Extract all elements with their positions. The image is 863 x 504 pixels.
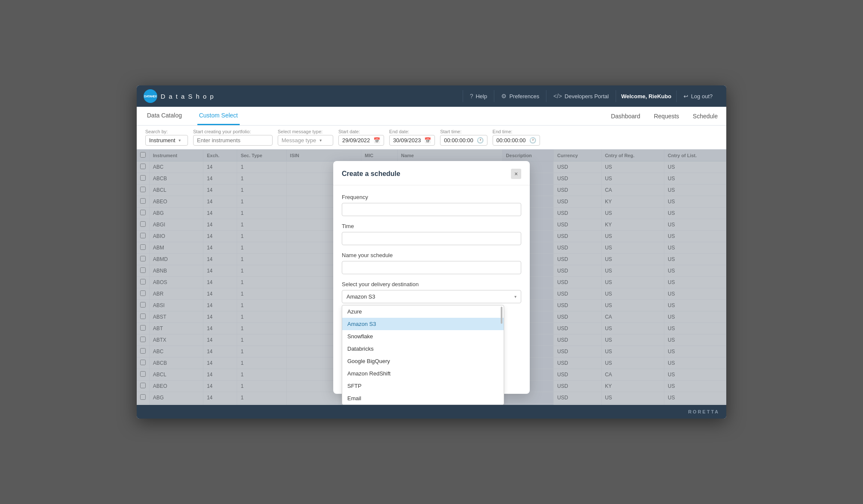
message-type-group: Select message type: Message type ▾ bbox=[278, 129, 333, 146]
dropdown-item-databricks[interactable]: Databricks bbox=[342, 343, 504, 355]
dropdown-item-sftp[interactable]: SFTP bbox=[342, 380, 504, 392]
calendar-icon: 📅 bbox=[424, 137, 431, 144]
search-by-label: Search by: bbox=[145, 129, 188, 134]
end-date-label: End date: bbox=[389, 129, 435, 134]
time-label: Time bbox=[342, 223, 521, 229]
start-time-label: Start time: bbox=[440, 129, 487, 134]
calendar-icon: 📅 bbox=[373, 137, 380, 144]
destination-dropdown: AzureAmazon S3SnowflakeDatabricksGoogle … bbox=[342, 305, 504, 405]
dropdown-item-amazon-redshift[interactable]: Amazon RedShift bbox=[342, 367, 504, 380]
header-actions: ? Help ⚙ Preferences </> Developers Port… bbox=[463, 90, 719, 102]
nav-schedule[interactable]: Schedule bbox=[693, 113, 718, 120]
schedule-name-input[interactable] bbox=[342, 261, 521, 274]
search-by-group: Search by: Instrument ▾ bbox=[145, 129, 188, 146]
bottom-bar: RORETTA bbox=[137, 405, 726, 419]
start-date-picker[interactable]: 29/09/2022 📅 bbox=[338, 135, 384, 146]
chevron-down-icon: ▾ bbox=[514, 294, 517, 299]
dropdown-item-snowflake[interactable]: Snowflake bbox=[342, 330, 504, 343]
help-button[interactable]: ? Help bbox=[463, 90, 495, 102]
search-by-select[interactable]: Instrument ▾ bbox=[145, 135, 188, 146]
end-time-picker[interactable]: 00:00:00:00 🕐 bbox=[493, 135, 540, 146]
preferences-button[interactable]: ⚙ Preferences bbox=[494, 90, 546, 102]
toolbar: Search by: Instrument ▾ Start creating y… bbox=[137, 126, 726, 149]
nav-requests[interactable]: Requests bbox=[654, 113, 679, 120]
preferences-icon: ⚙ bbox=[501, 93, 507, 100]
modal-close-button[interactable]: × bbox=[511, 169, 521, 179]
start-time-picker[interactable]: 00:00:00:00 🕐 bbox=[440, 135, 487, 146]
end-time-group: End time: 00:00:00:00 🕐 bbox=[493, 129, 540, 146]
welcome-text: Welcome, RieKubo bbox=[616, 91, 677, 102]
help-icon: ? bbox=[470, 93, 473, 100]
schedule-name-label: Name your schedule bbox=[342, 252, 521, 258]
table-area: Instrument Exch. Sec. Type ISIN MIC Name… bbox=[137, 149, 726, 405]
message-type-label: Select message type: bbox=[278, 129, 333, 134]
end-time-label: End time: bbox=[493, 129, 540, 134]
code-icon: </> bbox=[553, 93, 562, 100]
dropdown-scrollbar bbox=[501, 307, 502, 324]
dropdown-item-azure[interactable]: Azure bbox=[342, 305, 504, 318]
clock-icon: 🕐 bbox=[477, 137, 484, 144]
nav-dashboard[interactable]: Dashboard bbox=[611, 113, 640, 120]
tab-list: Data Catalog Custom Select bbox=[145, 107, 611, 125]
logo-icon: DATAHEX bbox=[144, 89, 157, 103]
logout-icon: ↩ bbox=[684, 93, 688, 100]
delivery-destination-group: Select your delivery destination Amazon … bbox=[342, 281, 521, 303]
schedule-name-group: Name your schedule bbox=[342, 252, 521, 274]
logout-button[interactable]: ↩ Log out? bbox=[677, 91, 719, 102]
tab-data-catalog[interactable]: Data Catalog bbox=[145, 107, 184, 125]
dropdown-item-google-bigquery[interactable]: Google BigQuery bbox=[342, 355, 504, 367]
portfolio-label: Start creating your portfolio: bbox=[193, 129, 273, 134]
app-title: D a t a S h o p bbox=[161, 93, 214, 100]
start-date-label: Start date: bbox=[338, 129, 384, 134]
sub-nav: Data Catalog Custom Select Dashboard Req… bbox=[137, 107, 726, 126]
nav-right-links: Dashboard Requests Schedule bbox=[611, 113, 718, 120]
delivery-destination-label: Select your delivery destination bbox=[342, 281, 521, 287]
dropdown-item-email[interactable]: Email bbox=[342, 392, 504, 404]
modal-header: Create a schedule × bbox=[333, 161, 530, 185]
chevron-down-icon: ▾ bbox=[179, 138, 181, 143]
developers-portal-button[interactable]: </> Developers Portal bbox=[546, 90, 616, 102]
start-time-group: Start time: 00:00:00:00 🕐 bbox=[440, 129, 487, 146]
frequency-input[interactable] bbox=[342, 203, 521, 216]
header: DATAHEX D a t a S h o p ? Help ⚙ Prefere… bbox=[137, 85, 726, 107]
frequency-label: Frequency bbox=[342, 194, 521, 200]
message-type-select[interactable]: Message type ▾ bbox=[278, 135, 333, 146]
clock-icon: 🕐 bbox=[529, 137, 536, 144]
browser-window: DATAHEX D a t a S h o p ? Help ⚙ Prefere… bbox=[137, 85, 726, 419]
modal-body: Frequency Time Name your schedule Select… bbox=[333, 185, 530, 314]
tab-custom-select[interactable]: Custom Select bbox=[197, 107, 240, 125]
start-date-group: Start date: 29/09/2022 📅 bbox=[338, 129, 384, 146]
portfolio-input[interactable] bbox=[193, 135, 273, 146]
portfolio-group: Start creating your portfolio: bbox=[193, 129, 273, 146]
bottom-brand: RORETTA bbox=[688, 409, 719, 414]
frequency-group: Frequency bbox=[342, 194, 521, 216]
modal-title: Create a schedule bbox=[342, 170, 400, 178]
delivery-destination-select[interactable]: Amazon S3 ▾ bbox=[342, 290, 521, 303]
time-input[interactable] bbox=[342, 232, 521, 245]
end-date-group: End date: 30/09/2023 📅 bbox=[389, 129, 435, 146]
chevron-down-icon: ▾ bbox=[320, 138, 322, 143]
end-date-picker[interactable]: 30/09/2023 📅 bbox=[389, 135, 435, 146]
modal-overlay: Create a schedule × Frequency Time Name … bbox=[137, 149, 726, 405]
time-group: Time bbox=[342, 223, 521, 245]
dropdown-item-amazon-s3[interactable]: Amazon S3 bbox=[342, 318, 504, 330]
create-schedule-modal: Create a schedule × Frequency Time Name … bbox=[333, 161, 530, 394]
logo-area: DATAHEX D a t a S h o p bbox=[144, 89, 214, 103]
